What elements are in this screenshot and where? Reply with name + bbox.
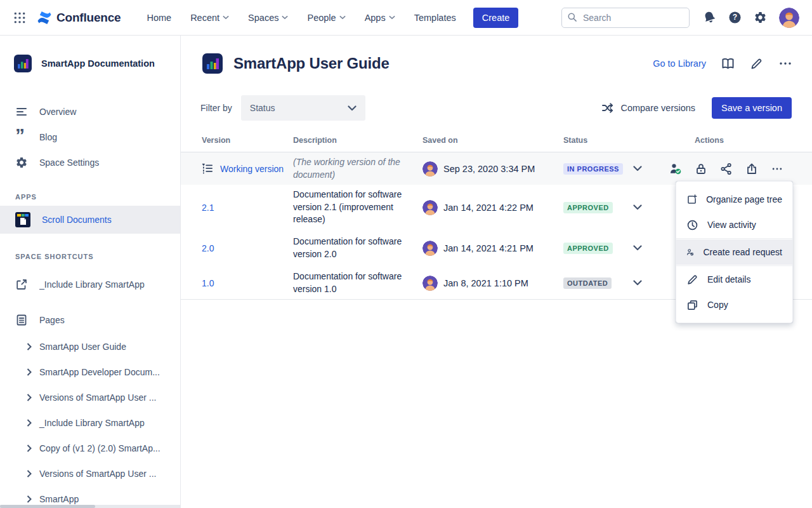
- chevron-right-icon: [27, 419, 32, 427]
- space-shortcuts-heading: SPACE SHORTCUTS: [15, 253, 180, 260]
- more-ellipsis-icon[interactable]: [778, 56, 793, 71]
- sidebar-scrollbar[interactable]: [0, 505, 180, 508]
- go-to-library-link[interactable]: Go to Library: [653, 58, 706, 69]
- clock-icon: [686, 219, 698, 231]
- page-tree-item[interactable]: Versions of SmartApp User ...: [0, 461, 180, 486]
- save-a-version-button[interactable]: Save a version: [712, 97, 792, 119]
- page-tree-item[interactable]: _Include Library SmartApp: [0, 410, 180, 436]
- chevron-right-icon: [27, 444, 32, 452]
- status-badge: IN PROGRESS: [563, 163, 623, 175]
- sidebar-item-pages[interactable]: Pages: [0, 306, 180, 334]
- menu-item-organize-page-tree[interactable]: Organize page tree: [676, 187, 792, 212]
- status-filter-value: Status: [250, 103, 343, 113]
- menu-item-view-activity[interactable]: View activity: [676, 212, 792, 237]
- page-tree-item[interactable]: Copy of (v1 2) (2.0) SmartAp...: [0, 436, 180, 461]
- confluence-logo-icon: [37, 10, 52, 25]
- version-description: Documentation for software version 1.0: [293, 271, 422, 295]
- search-box: [561, 8, 690, 28]
- organize-page-tree-icon: [686, 194, 697, 206]
- sidebar-item-space-settings[interactable]: Space Settings: [0, 150, 180, 175]
- pencil-icon: [686, 274, 698, 286]
- menu-item-create-read-request[interactable]: Create read request: [676, 239, 792, 265]
- chevron-down-icon: [348, 105, 357, 111]
- sidebar-item-include-library[interactable]: _Include Library SmartApp: [0, 271, 180, 298]
- svg-text:?: ?: [733, 13, 737, 22]
- page-tree: SmartApp User Guide SmartApp Developer D…: [0, 334, 180, 508]
- row-expand-chevron[interactable]: [622, 245, 653, 251]
- sidebar-item-blog[interactable]: ” Blog: [0, 124, 180, 150]
- app-switcher-icon[interactable]: [13, 10, 28, 25]
- nav-item-spaces[interactable]: Spaces: [241, 9, 295, 27]
- row-expand-chevron[interactable]: [622, 204, 653, 210]
- saved-on-date: Sep 23, 2020 3:34 PM: [443, 164, 535, 174]
- row-expand-chevron[interactable]: [622, 280, 653, 286]
- read-confirmation-icon[interactable]: [669, 163, 682, 175]
- table-header-row: Version Description Saved on Status Acti…: [181, 133, 812, 152]
- col-version: Version: [202, 136, 293, 145]
- nav-item-templates[interactable]: Templates: [407, 9, 463, 27]
- compare-versions-button[interactable]: Compare versions: [601, 102, 695, 114]
- document-icon: [202, 53, 223, 74]
- restrictions-lock-icon[interactable]: [695, 163, 707, 175]
- nav-item-home[interactable]: Home: [140, 9, 178, 27]
- status-filter-select[interactable]: Status: [241, 95, 365, 121]
- product-name: Confluence: [56, 11, 121, 25]
- saved-on-date: Jan 14, 2021 4:21 PM: [443, 243, 534, 253]
- col-description: Description: [293, 136, 422, 145]
- sidebar-item-overview[interactable]: Overview: [0, 99, 180, 124]
- menu-item-edit-details[interactable]: Edit details: [676, 267, 792, 292]
- confluence-logo[interactable]: Confluence: [37, 10, 121, 25]
- settings-gear-icon[interactable]: [754, 11, 767, 24]
- row-expand-chevron[interactable]: [622, 166, 653, 171]
- help-icon[interactable]: ?: [728, 11, 742, 24]
- chevron-down-icon: [282, 15, 288, 20]
- export-icon[interactable]: [745, 163, 758, 175]
- chevron-down-icon: [223, 15, 229, 20]
- user-avatar[interactable]: [779, 8, 799, 28]
- page-tree-item[interactable]: SmartApp User Guide: [0, 334, 180, 359]
- chevron-right-icon: [27, 495, 32, 503]
- chevron-right-icon: [27, 470, 32, 478]
- external-link-icon: [15, 278, 28, 291]
- page-tree-item[interactable]: Versions of SmartApp User ...: [0, 385, 180, 410]
- menu-divider: [676, 265, 792, 266]
- search-input[interactable]: [561, 8, 690, 28]
- quote-icon: ”: [15, 132, 28, 142]
- create-button[interactable]: Create: [473, 8, 519, 28]
- row-actions-menu: Organize page tree View activity Create …: [676, 181, 793, 323]
- avatar: [422, 276, 438, 291]
- version-link[interactable]: 2.0: [202, 243, 214, 253]
- nav-item-people[interactable]: People: [300, 9, 352, 27]
- version-description: (The working version of the document): [293, 156, 422, 181]
- overview-lines-icon: [15, 105, 28, 118]
- saved-on-date: Jan 8, 2021 1:10 PM: [443, 278, 528, 288]
- row-actions: [653, 163, 812, 175]
- sidebar-item-scroll-documents[interactable]: Scroll Documents: [0, 206, 180, 234]
- compare-shuffle-icon: [601, 102, 614, 114]
- edit-pencil-icon[interactable]: [750, 57, 763, 70]
- more-ellipsis-icon[interactable]: [771, 163, 783, 175]
- col-status: Status: [563, 136, 622, 145]
- version-description: Documentation for software version 2.1 (…: [293, 189, 422, 226]
- avatar: [422, 241, 438, 256]
- version-link[interactable]: 1.0: [202, 278, 214, 288]
- primary-nav: Home Recent Spaces People Apps Templates: [140, 9, 462, 27]
- scroll-documents-app-icon: [15, 212, 30, 227]
- top-navigation: Confluence Home Recent Spaces People App…: [0, 0, 812, 36]
- menu-item-copy[interactable]: Copy: [676, 292, 792, 318]
- working-version-icon: [202, 163, 214, 175]
- copy-icon: [686, 299, 698, 311]
- share-icon[interactable]: [720, 163, 733, 175]
- space-header[interactable]: SmartApp Documentation: [14, 55, 167, 72]
- chevron-down-icon: [633, 166, 642, 171]
- saved-on-date: Jan 14, 2021 4:22 PM: [443, 203, 534, 213]
- page-tree-item[interactable]: SmartApp Developer Docum...: [0, 359, 180, 385]
- chevron-right-icon: [27, 343, 32, 351]
- version-link[interactable]: 2.1: [202, 203, 214, 213]
- read-view-book-icon[interactable]: [721, 57, 735, 71]
- status-badge: OUTDATED: [563, 277, 612, 289]
- nav-item-apps[interactable]: Apps: [358, 9, 402, 27]
- notifications-bell-icon[interactable]: [703, 11, 716, 24]
- nav-item-recent[interactable]: Recent: [183, 9, 236, 27]
- version-link[interactable]: Working version: [220, 164, 284, 174]
